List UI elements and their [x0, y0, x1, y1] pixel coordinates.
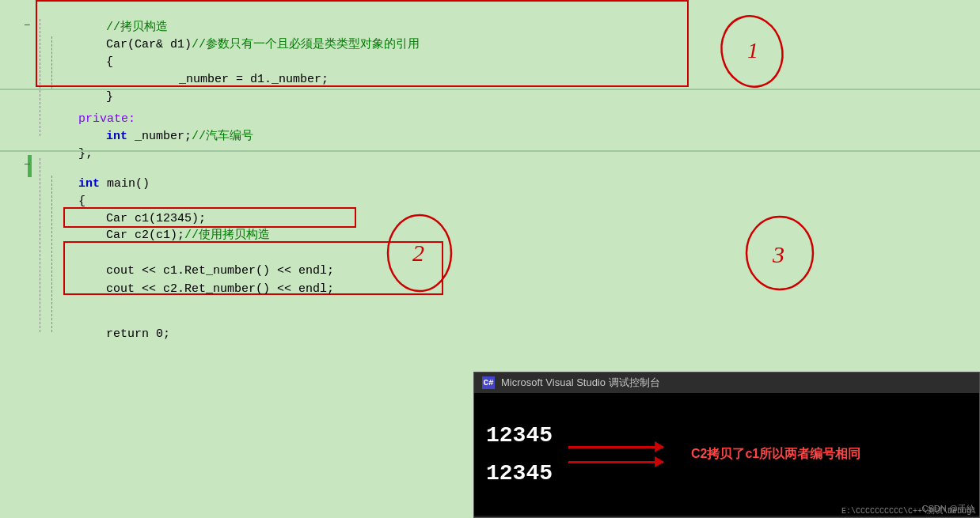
main-container: − − //拷贝构造 Car(Car& d1)//参数只有一个且必须是类类型对象… — [0, 0, 980, 518]
collapse-icon-2[interactable]: − — [24, 158, 30, 171]
arrow-line-2 — [568, 461, 663, 463]
console-numbers: 12345 12345 — [486, 420, 553, 488]
console-number-1: 12345 — [486, 420, 553, 451]
arrow-container — [568, 446, 663, 463]
console-title-bar: C# Microsoft Visual Studio 调试控制台 — [474, 372, 979, 393]
arrow-line-1 — [568, 446, 663, 448]
console-number-2: 12345 — [486, 458, 553, 489]
console-title-text: Microsoft Visual Studio 调试控制台 — [501, 376, 660, 390]
console-app-icon: C# — [482, 376, 495, 389]
vline-2 — [51, 36, 52, 89]
collapse-icon-1[interactable]: − — [24, 19, 30, 32]
console-path: E:\CCCCCCCCCC\C++\测试\Debug\ — [841, 505, 976, 516]
arrow-2 — [568, 461, 663, 463]
arrow-1 — [568, 446, 663, 448]
console-overlay: C# Microsoft Visual Studio 调试控制台 12345 1… — [473, 372, 980, 518]
separator-1 — [0, 89, 980, 90]
func-signature: Car(Car& d1) — [106, 38, 192, 51]
func-comment: //参数只有一个且必须是类类型对象的引用 — [192, 38, 420, 51]
console-annotation: C2拷贝了c1所以两者编号相同 — [691, 446, 860, 463]
console-body: 12345 12345 C2拷贝了c1所以两者编号相同 — [474, 393, 979, 516]
code-line-15: return 0; — [63, 308, 170, 361]
separator-2 — [0, 150, 980, 152]
